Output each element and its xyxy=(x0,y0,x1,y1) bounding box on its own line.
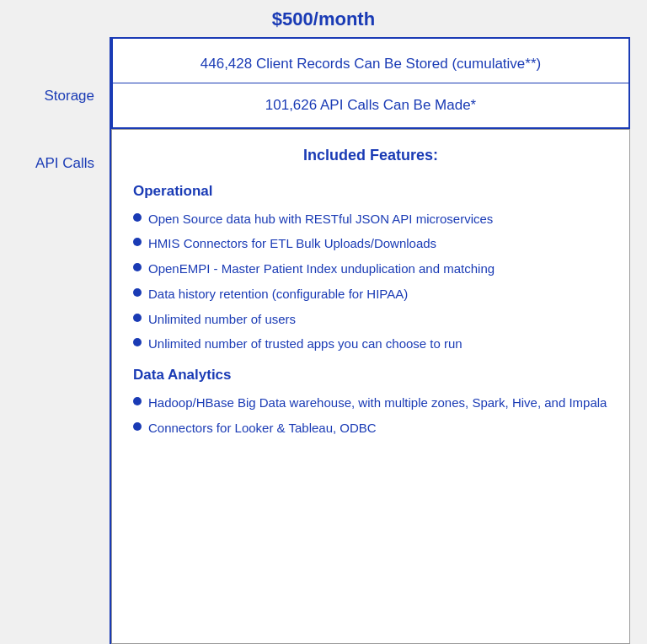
top-info-box: 446,428 Client Records Can Be Stored (cu… xyxy=(111,37,630,129)
list-item: Open Source data hub with RESTful JSON A… xyxy=(133,210,608,228)
storage-label: Storage xyxy=(0,37,110,130)
price-label: $500/month xyxy=(272,8,375,30)
list-item: Unlimited number of users xyxy=(133,310,608,329)
api-label: API Calls xyxy=(0,130,110,197)
main-layout: Storage API Calls 446,428 Client Records… xyxy=(0,37,647,644)
features-title: Included Features: xyxy=(133,147,608,164)
right-content: 446,428 Client Records Can Be Stored (cu… xyxy=(110,37,630,644)
bullet-icon xyxy=(133,314,142,322)
item-text: Unlimited number of trusted apps you can… xyxy=(148,335,463,353)
page-container: $500/month Storage API Calls 446,428 Cli… xyxy=(0,0,647,644)
item-text: HMIS Connectors for ETL Bulk Uploads/Dow… xyxy=(148,234,436,253)
item-text: OpenEMPI - Master Patient Index unduplic… xyxy=(148,260,495,278)
bullet-icon xyxy=(133,263,142,271)
list-item: Connectors for Looker & Tableau, ODBC xyxy=(133,419,608,437)
item-text: Data history retention (configurable for… xyxy=(148,285,408,303)
storage-row: 446,428 Client Records Can Be Stored (cu… xyxy=(113,39,628,83)
operational-list: Open Source data hub with RESTful JSON A… xyxy=(133,210,608,354)
price-header: $500/month xyxy=(0,0,647,37)
bullet-icon xyxy=(133,338,142,346)
item-text: Open Source data hub with RESTful JSON A… xyxy=(148,210,493,228)
analytics-title: Data Analytics xyxy=(133,367,608,384)
list-item: OpenEMPI - Master Patient Index unduplic… xyxy=(133,260,608,278)
analytics-list: Hadoop/HBase Big Data warehouse, with mu… xyxy=(133,394,608,437)
bullet-icon xyxy=(133,288,142,297)
list-item: HMIS Connectors for ETL Bulk Uploads/Dow… xyxy=(133,234,608,253)
bullet-icon xyxy=(133,213,142,222)
bullet-icon xyxy=(133,238,142,246)
features-box: Included Features: Operational Open Sour… xyxy=(111,129,630,644)
list-item: Unlimited number of trusted apps you can… xyxy=(133,335,608,353)
bullet-icon xyxy=(133,422,142,431)
item-text: Hadoop/HBase Big Data warehouse, with mu… xyxy=(148,394,607,412)
bullet-icon xyxy=(133,397,142,405)
api-row: 101,626 API Calls Can Be Made* xyxy=(113,83,628,127)
item-text: Unlimited number of users xyxy=(148,310,296,329)
list-item: Hadoop/HBase Big Data warehouse, with mu… xyxy=(133,394,608,412)
operational-title: Operational xyxy=(133,183,608,200)
left-labels: Storage API Calls xyxy=(0,37,110,644)
item-text: Connectors for Looker & Tableau, ODBC xyxy=(148,419,377,437)
list-item: Data history retention (configurable for… xyxy=(133,285,608,303)
